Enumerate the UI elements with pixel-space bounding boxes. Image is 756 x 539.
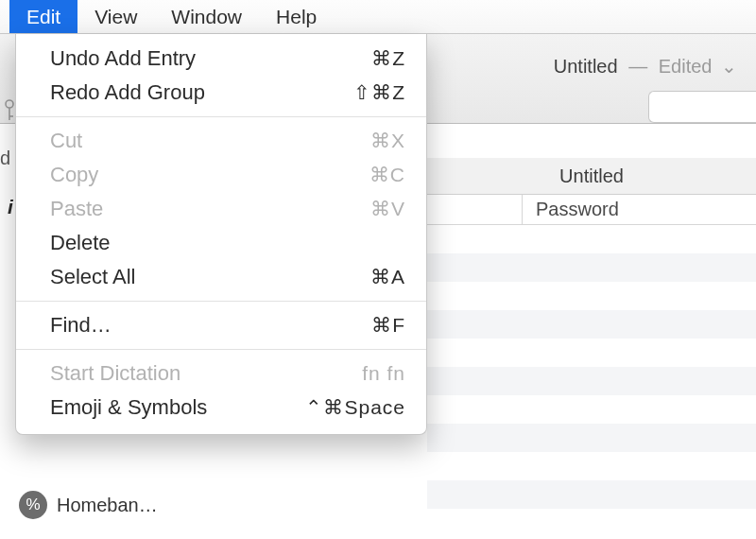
menu-item-start-dictation: Start Dictation fn fn [16,356,426,391]
table-row[interactable] [427,225,756,253]
table-row[interactable] [427,310,756,339]
menu-separator [16,116,426,117]
column-password[interactable]: Password [523,199,619,220]
menu-separator [16,349,426,350]
table-row[interactable] [427,452,756,480]
menu-view[interactable]: View [77,0,154,33]
shortcut: ⌘F [371,314,405,337]
menu-item-delete[interactable]: Delete [16,226,426,260]
sidebar-item-label: Homeban… [57,495,158,516]
table-row[interactable] [427,395,756,424]
table-row[interactable] [427,367,756,395]
table-row[interactable] [427,480,756,509]
search-input[interactable] [648,91,756,123]
menu-window[interactable]: Window [154,0,259,33]
table-row[interactable] [427,424,756,452]
shortcut: ⌘V [370,198,405,220]
shortcut: ⌘Z [371,47,405,70]
menu-item-paste: Paste ⌘V [16,192,426,226]
key-icon [4,95,15,127]
shortcut: fn fn [362,362,405,385]
shortcut: ⌃⌘Space [305,396,405,419]
toolbar-label-fragment-1: d [0,148,10,169]
table-row[interactable] [427,253,756,282]
menu-item-find[interactable]: Find… ⌘F [16,308,426,342]
menu-edit[interactable]: Edit [9,0,77,33]
svg-point-0 [6,100,13,108]
table-body [427,225,756,537]
menubar: Edit View Window Help [0,0,756,34]
shortcut: ⇧⌘Z [353,81,405,104]
menu-item-redo[interactable]: Redo Add Group ⇧⌘Z [16,76,426,110]
menu-help[interactable]: Help [259,0,334,33]
document-name: Untitled [554,56,618,77]
toolbar-left-fragment [0,95,15,127]
menu-item-copy: Copy ⌘C [16,158,426,192]
window-title: Untitled — Edited ⌄ [554,55,737,78]
main-pane: Untitled Password [427,158,756,539]
table-row[interactable] [427,282,756,310]
menu-item-emoji-symbols[interactable]: Emoji & Symbols ⌃⌘Space [16,391,426,425]
tabstrip: Untitled [427,158,756,195]
chevron-down-icon[interactable]: ⌄ [721,56,737,77]
table-header: Password [427,195,756,225]
tab-untitled[interactable]: Untitled [559,165,624,187]
menu-item-cut: Cut ⌘X [16,124,426,158]
shortcut: ⌘X [370,130,405,152]
percent-icon: % [19,491,47,519]
menu-item-select-all[interactable]: Select All ⌘A [16,260,426,294]
table-row[interactable] [427,509,756,537]
shortcut: ⌘C [369,164,405,186]
document-state: Edited [659,56,713,77]
menu-item-undo[interactable]: Undo Add Entry ⌘Z [16,42,426,76]
edit-menu-dropdown: Undo Add Entry ⌘Z Redo Add Group ⇧⌘Z Cut… [15,34,427,435]
sidebar-item-homebanking[interactable]: % Homeban… [0,483,217,527]
menu-separator [16,301,426,302]
shortcut: ⌘A [370,266,405,288]
table-row[interactable] [427,339,756,367]
